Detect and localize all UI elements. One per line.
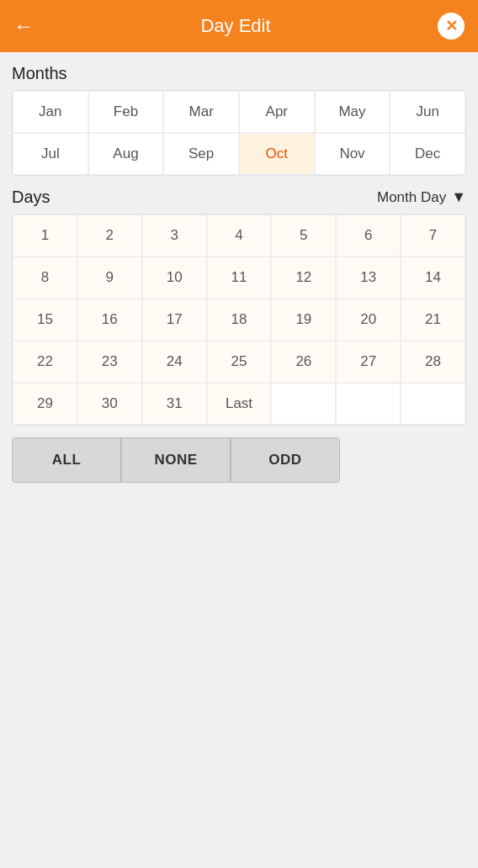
close-button[interactable]: ✕: [438, 13, 465, 40]
day-cell-13[interactable]: 13: [336, 257, 401, 299]
day-cell-15[interactable]: 15: [13, 299, 77, 341]
month-cell-jan[interactable]: Jan: [13, 91, 88, 133]
quick-btn-none[interactable]: NONE: [121, 437, 231, 483]
day-cell-31[interactable]: 31: [142, 383, 207, 425]
day-cell-25[interactable]: 25: [207, 341, 272, 383]
month-cell-aug[interactable]: Aug: [88, 133, 164, 175]
months-label: Months: [12, 64, 466, 83]
month-cell-feb[interactable]: Feb: [88, 91, 164, 133]
quick-btn-odd[interactable]: ODD: [231, 437, 340, 483]
month-cell-nov[interactable]: Nov: [315, 133, 390, 175]
day-cell-14[interactable]: 14: [401, 257, 465, 299]
day-cell-29[interactable]: 29: [13, 383, 77, 425]
chevron-down-icon: ▼: [451, 188, 466, 206]
day-cell-24[interactable]: 24: [142, 341, 207, 383]
back-button[interactable]: ←: [13, 14, 34, 38]
day-cell-11[interactable]: 11: [207, 257, 272, 299]
day-cell-28[interactable]: 28: [401, 341, 465, 383]
day-cell-7[interactable]: 7: [401, 214, 465, 257]
month-cell-oct[interactable]: Oct: [239, 133, 315, 175]
day-cell-19[interactable]: 19: [271, 299, 336, 341]
day-cell-last[interactable]: Last: [207, 383, 272, 425]
days-label: Days: [12, 188, 50, 207]
day-cell-8[interactable]: 8: [13, 257, 77, 299]
days-dropdown[interactable]: Month Day ▼: [377, 188, 466, 206]
day-cell-10[interactable]: 10: [142, 257, 207, 299]
month-cell-dec[interactable]: Dec: [390, 133, 465, 175]
day-cell-6[interactable]: 6: [336, 214, 401, 257]
month-cell-apr[interactable]: Apr: [239, 91, 315, 133]
month-cell-jun[interactable]: Jun: [390, 91, 465, 133]
months-grid: JanFebMarAprMayJunJulAugSepOctNovDec: [12, 90, 466, 176]
day-cell-27[interactable]: 27: [336, 341, 401, 383]
day-cell-17[interactable]: 17: [142, 299, 207, 341]
day-cell-2[interactable]: 2: [77, 214, 142, 257]
day-cell-22[interactable]: 22: [13, 341, 77, 383]
days-dropdown-text: Month Day: [377, 189, 446, 206]
day-cell-5[interactable]: 5: [271, 214, 336, 257]
day-cell-4[interactable]: 4: [207, 214, 272, 257]
day-cell-18[interactable]: 18: [207, 299, 272, 341]
day-cell-21[interactable]: 21: [401, 299, 465, 341]
day-cell-12[interactable]: 12: [271, 257, 336, 299]
month-cell-sep[interactable]: Sep: [163, 133, 239, 175]
day-cell-empty: [336, 383, 401, 425]
quick-btn-all[interactable]: ALL: [12, 437, 121, 483]
header: ← Day Edit ✕: [0, 0, 478, 52]
day-cell-empty: [271, 383, 336, 425]
content: Months JanFebMarAprMayJunJulAugSepOctNov…: [0, 52, 478, 506]
month-cell-mar[interactable]: Mar: [163, 91, 239, 133]
day-cell-26[interactable]: 26: [271, 341, 336, 383]
day-cell-20[interactable]: 20: [336, 299, 401, 341]
days-grid: 1234567891011121314151617181920212223242…: [12, 214, 466, 426]
page-title: Day Edit: [200, 15, 270, 37]
day-cell-3[interactable]: 3: [142, 214, 207, 257]
month-cell-may[interactable]: May: [315, 91, 390, 133]
quick-buttons: ALLNONEODD: [12, 437, 466, 483]
day-cell-23[interactable]: 23: [77, 341, 142, 383]
days-header: Days Month Day ▼: [12, 188, 466, 207]
day-cell-empty: [401, 383, 465, 425]
day-cell-30[interactable]: 30: [77, 383, 142, 425]
day-cell-1[interactable]: 1: [13, 214, 77, 257]
day-cell-9[interactable]: 9: [77, 257, 142, 299]
close-icon: ✕: [445, 19, 458, 34]
day-cell-16[interactable]: 16: [77, 299, 142, 341]
month-cell-jul[interactable]: Jul: [13, 133, 88, 175]
